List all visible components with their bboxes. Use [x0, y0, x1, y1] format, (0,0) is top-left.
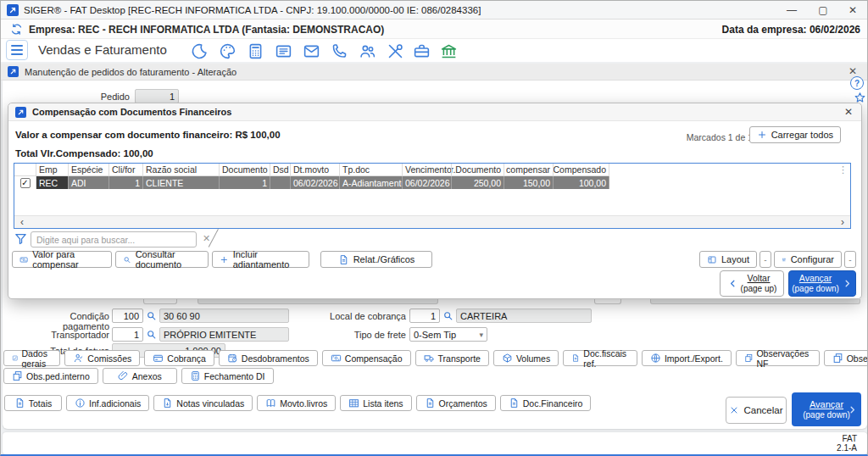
scroll-left-icon[interactable]: ‹: [16, 216, 28, 228]
column-header-clifor[interactable]: Cli/for: [109, 164, 143, 176]
configurar-button[interactable]: Configurar: [774, 251, 842, 268]
modal-avancar-button[interactable]: Avançar(page down): [788, 270, 856, 297]
incluir-adiantamento-button[interactable]: Incluir adiantamento: [212, 251, 309, 268]
tab-doc-financeiro[interactable]: Doc.Financeiro: [500, 395, 592, 411]
condicao-pagamento-search-icon[interactable]: [146, 310, 157, 321]
app-window: SIGER® - FAT Desktop [REC-RECH INFORMATI…: [0, 0, 868, 456]
transportador-label: Transportador: [25, 330, 109, 340]
consultar-documento-button[interactable]: Consultar documento: [115, 251, 209, 268]
tab-dados-gerais[interactable]: Dados gerais: [3, 350, 60, 366]
transportador-code-field[interactable]: 1: [112, 327, 143, 342]
column-header-tp-doc[interactable]: Tp.doc: [340, 164, 403, 176]
tab-row-2: Obs.ped.interno Anexos Fechamento DI: [3, 368, 274, 384]
column-header-documento[interactable]: Documento: [220, 164, 270, 176]
tab-doc-fiscais-ref[interactable]: Doc.fiscais ref.: [563, 350, 637, 366]
pedido-field[interactable]: 1: [135, 89, 179, 103]
tab-anexos[interactable]: Anexos: [103, 368, 177, 384]
tab-lista-itens[interactable]: Lista itens: [340, 395, 411, 411]
modal-nav-group: Voltar(page up) Avançar(page down): [720, 270, 856, 297]
column-header-dsd[interactable]: Dsd: [270, 164, 291, 176]
tipo-frete-select[interactable]: 0-Sem Tip▾: [409, 327, 487, 342]
column-header-dt-movto[interactable]: Dt.movto: [291, 164, 340, 176]
tab-import-export[interactable]: Import./Export.: [642, 350, 732, 366]
tab-transporte[interactable]: Transporte: [415, 350, 489, 366]
column-header-vlr-compensado[interactable]: Vlr.Compensado: [554, 164, 609, 176]
calculator-icon[interactable]: [245, 41, 265, 61]
briefcase-icon[interactable]: [411, 41, 431, 61]
column-header-vencimento[interactable]: Vencimento: [403, 164, 452, 176]
table-menu-dots[interactable]: ⋮: [838, 164, 848, 175]
clear-search-icon[interactable]: ✕: [203, 233, 210, 244]
local-cobranca-label: Local de cobrança: [321, 311, 406, 321]
resize-grip[interactable]: .:: [853, 290, 860, 297]
search-input[interactable]: [31, 231, 197, 247]
compensacao-modal: Compensação com Documentos Financeiros ✕…: [8, 103, 862, 299]
docs-icon: [832, 353, 843, 364]
row-checkbox[interactable]: ✓: [20, 178, 31, 188]
column-header-a-compensar[interactable]: A compensar: [504, 164, 554, 176]
tab-obs-ped-interno[interactable]: Obs.ped.interno: [3, 368, 98, 384]
money-icon: [19, 254, 28, 265]
users-icon[interactable]: [357, 41, 377, 61]
layout-dropdown-button[interactable]: -: [760, 251, 771, 268]
subwindow-close-icon[interactable]: ✕: [849, 65, 857, 77]
valor-para-compensar-button[interactable]: Valor para compensar: [12, 251, 112, 268]
cancel-button[interactable]: Cancelar: [726, 397, 787, 424]
tab-movto-livros[interactable]: Movto.livros: [257, 395, 336, 411]
tab-totais[interactable]: Totais: [4, 395, 62, 411]
money-icon: [331, 353, 342, 364]
configurar-dropdown-button[interactable]: -: [844, 251, 856, 268]
help-icon[interactable]: ?: [850, 76, 864, 90]
tab-desdobramentos[interactable]: Desdobramentos: [219, 350, 318, 366]
tab-fechamento-di[interactable]: Fechamento DI: [181, 368, 274, 384]
transportador-search-icon[interactable]: [146, 329, 157, 340]
condicao-pagamento-code-field[interactable]: 100: [112, 309, 143, 323]
company-name: Empresa: REC - RECH INFORMATICA LTDA (Fa…: [29, 24, 384, 36]
valor-a-compensar-text: Valor a compensar com documento financei…: [15, 130, 281, 140]
local-cobranca-code-field[interactable]: 1: [409, 309, 440, 323]
relat-graficos-button[interactable]: Relat./Gráficos: [320, 251, 432, 268]
minimize-button[interactable]: —: [779, 1, 804, 19]
table-row[interactable]: ✓ REC ADI 1 CLIENTE 1 06/02/2026 A-Adian…: [14, 176, 850, 189]
column-header-vlr-documento[interactable]: Vlr.Documento: [452, 164, 504, 176]
news-icon[interactable]: [273, 41, 293, 61]
palette-icon[interactable]: [217, 41, 237, 61]
tab-observ-fisco[interactable]: Observ.Fisco: [824, 350, 868, 366]
tab-inf-adicionais[interactable]: Inf.adicionais: [66, 395, 149, 411]
column-header-especie[interactable]: Espécie: [69, 164, 109, 176]
tools-icon[interactable]: [385, 41, 405, 61]
modal-close-icon[interactable]: ✕: [844, 106, 853, 118]
maximize-button[interactable]: ▢: [810, 1, 836, 19]
tab-observacoes-nf[interactable]: Observações NF: [736, 350, 820, 366]
calendar-clock-icon: [227, 353, 238, 364]
column-header-razao-social[interactable]: Razão social: [143, 164, 220, 176]
tab-compensacao[interactable]: Compensação: [322, 350, 411, 366]
phone-icon[interactable]: [329, 41, 349, 61]
sync-icon[interactable]: [10, 23, 23, 36]
chevron-right-icon: [847, 404, 858, 415]
column-header-emp[interactable]: Emp: [36, 164, 69, 176]
cell-documento: 1: [220, 176, 270, 189]
tab-orcamentos[interactable]: Orçamentos: [416, 395, 496, 411]
advance-button[interactable]: Avançar (page down): [792, 392, 861, 426]
scroll-right-icon[interactable]: ›: [837, 216, 849, 228]
filter-funnel-icon[interactable]: [14, 231, 28, 246]
doc-icon: [425, 398, 436, 409]
tab-notas-vinculadas[interactable]: Notas vinculadas: [153, 395, 253, 411]
layout-button[interactable]: Layout: [699, 251, 757, 268]
horizontal-scrollbar[interactable]: ‹ ›: [14, 215, 850, 228]
moon-icon[interactable]: [189, 41, 209, 61]
tab-comissoes[interactable]: Comissões: [64, 350, 140, 366]
cell-dsd: [270, 176, 291, 189]
close-button[interactable]: ✕: [840, 1, 865, 19]
hidden-field-sliver: [594, 299, 621, 304]
hamburger-menu-icon[interactable]: [6, 40, 28, 60]
bank-icon[interactable]: [438, 41, 459, 61]
carregar-todos-button[interactable]: Carregar todos: [749, 126, 841, 143]
check-column-header[interactable]: [14, 164, 36, 176]
tab-cobranca[interactable]: Cobrança: [144, 350, 214, 366]
voltar-button[interactable]: Voltar(page up): [720, 270, 784, 297]
tab-volumes[interactable]: Volumes: [493, 350, 559, 366]
local-cobranca-search-icon[interactable]: [442, 310, 453, 321]
mail-icon[interactable]: [301, 41, 321, 61]
